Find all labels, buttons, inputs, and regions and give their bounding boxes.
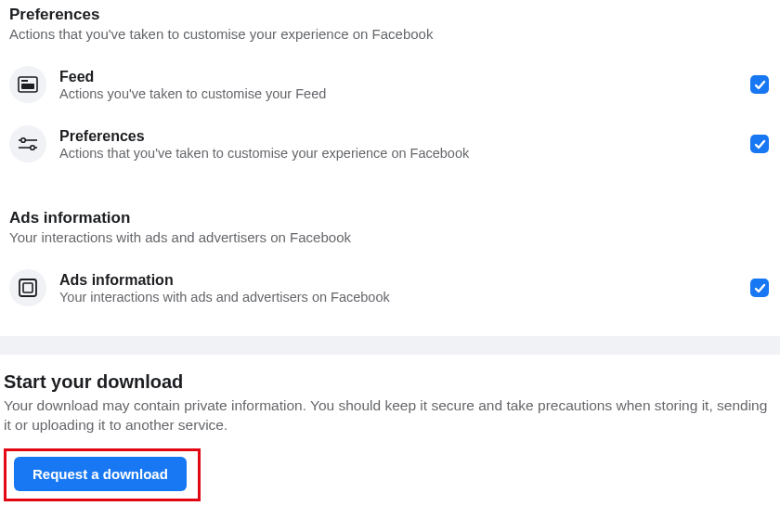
section-subtitle: Actions that you've taken to customise y… [9, 26, 771, 42]
highlight-annotation: Request a download [4, 448, 201, 501]
section-title: Preferences [9, 6, 771, 24]
svg-rect-8 [23, 283, 32, 292]
item-subtitle: Your interactions with ads and advertise… [59, 290, 750, 305]
check-icon [754, 79, 766, 91]
checkbox-ads[interactable] [750, 279, 769, 297]
download-subtitle: Your download may contain private inform… [4, 396, 776, 435]
ads-icon [9, 269, 46, 306]
item-subtitle: Actions that you've taken to customise y… [59, 146, 750, 161]
svg-rect-2 [21, 84, 34, 89]
section-title: Ads information [9, 209, 771, 227]
svg-rect-1 [21, 80, 28, 82]
checkbox-feed[interactable] [750, 75, 769, 94]
item-feed[interactable]: Feed Actions you've taken to customise y… [9, 58, 771, 118]
item-text: Preferences Actions that you've taken to… [59, 128, 750, 161]
svg-point-4 [21, 138, 26, 143]
sliders-icon [9, 125, 46, 162]
section-preferences: Preferences Actions that you've taken to… [0, 0, 780, 192]
item-preferences[interactable]: Preferences Actions that you've taken to… [9, 118, 771, 177]
svg-point-6 [31, 146, 35, 150]
item-title: Feed [59, 69, 750, 85]
item-ads[interactable]: Ads information Your interactions with a… [9, 262, 771, 321]
checkbox-preferences[interactable] [750, 135, 769, 153]
section-ads: Ads information Your interactions with a… [0, 192, 780, 336]
download-title: Start your download [4, 371, 776, 393]
item-title: Ads information [59, 272, 750, 289]
check-icon [754, 138, 766, 150]
item-title: Preferences [59, 128, 750, 145]
feed-icon [9, 66, 46, 103]
divider [0, 336, 780, 355]
check-icon [754, 282, 766, 294]
section-download: Start your download Your download may co… [0, 355, 780, 518]
item-text: Ads information Your interactions with a… [59, 272, 750, 305]
section-subtitle: Your interactions with ads and advertise… [9, 229, 771, 245]
svg-rect-7 [20, 279, 36, 296]
item-text: Feed Actions you've taken to customise y… [59, 69, 750, 101]
request-download-button[interactable]: Request a download [14, 457, 187, 491]
item-subtitle: Actions you've taken to customise your F… [59, 86, 750, 101]
